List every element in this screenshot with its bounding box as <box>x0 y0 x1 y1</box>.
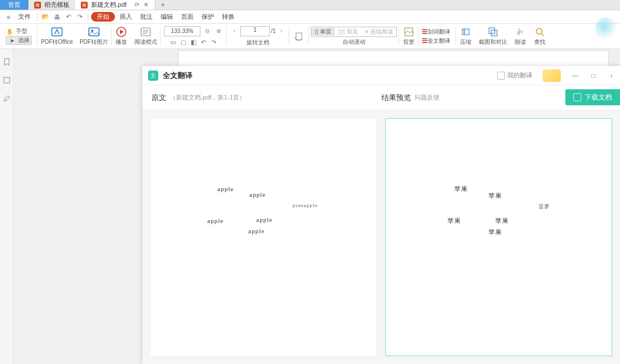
left-sidebar <box>0 49 14 364</box>
single-page-label: 单页 <box>320 28 331 36</box>
app-menu-icon[interactable]: ≡ <box>3 12 14 22</box>
select-tool[interactable]: ➤选择 <box>6 36 32 45</box>
crop-compare-label: 截图和对比 <box>479 38 507 46</box>
download-button[interactable]: 下载文档 <box>565 89 620 105</box>
tab-refresh-icon[interactable]: ⟳ <box>133 2 140 9</box>
rotate-doc[interactable] <box>289 24 309 48</box>
pdf-to-office[interactable]: PDF转Office <box>38 24 76 48</box>
rotate-doc-label[interactable]: 旋转文档 <box>247 39 269 47</box>
maximize-icon[interactable]: □ <box>589 72 597 80</box>
hand-label: 手型 <box>16 27 27 35</box>
pdf-to-image[interactable]: PDF转图片 <box>76 24 112 48</box>
next-page-icon[interactable]: › <box>277 26 286 36</box>
page-total: /1 <box>271 28 276 34</box>
menu-page[interactable]: 页面 <box>178 11 197 22</box>
full-translate[interactable]: ☰全文翻译 <box>422 37 450 45</box>
word-translate-icon: ☰ <box>422 28 428 35</box>
feedback-link[interactable]: 问题反馈 <box>414 93 440 102</box>
my-translations[interactable]: 我的翻译 <box>497 71 532 80</box>
translate-body: apple apple pineapple apple apple apple … <box>142 110 620 364</box>
pdf-office-icon <box>51 27 63 37</box>
redo-icon[interactable]: ↷ <box>75 12 85 22</box>
play-button[interactable]: 播放 <box>112 24 131 48</box>
download-icon <box>573 93 581 101</box>
expand-icon[interactable]: › <box>607 72 615 80</box>
continuous-read[interactable]: ≡连续阅读 <box>362 28 396 36</box>
svg-rect-12 <box>491 30 497 36</box>
menu-protect[interactable]: 保护 <box>198 11 217 22</box>
new-tab-button[interactable]: ＋ <box>155 0 170 10</box>
source-label: 原文 <box>151 93 166 103</box>
menu-edit[interactable]: 编辑 <box>157 11 176 22</box>
prev-page-icon[interactable]: ‹ <box>230 26 239 36</box>
rotate-doc-icon <box>293 31 305 42</box>
single-page[interactable]: ▯单页 <box>311 28 335 36</box>
svg-rect-13 <box>518 31 519 35</box>
compress-label: 压缩 <box>460 38 471 46</box>
tab-home-label: 首页 <box>8 1 20 9</box>
tab-close-icon[interactable]: ✕ <box>142 2 149 9</box>
crop-compare-icon <box>487 27 499 37</box>
my-translations-label: 我的翻译 <box>507 71 532 80</box>
compress[interactable]: 压缩 <box>456 24 475 48</box>
thumbs-icon[interactable] <box>3 76 11 84</box>
download-label: 下载文档 <box>585 93 612 102</box>
word-translate[interactable]: ☰划词翻译 <box>422 28 450 36</box>
single-page-icon: ▯ <box>315 28 318 35</box>
bookmark-icon[interactable] <box>3 58 11 66</box>
background-dropdown[interactable]: 背景 <box>399 24 418 48</box>
undo-icon[interactable]: ↶ <box>63 12 73 22</box>
tab-home[interactable]: 首页 <box>0 0 28 10</box>
double-page-icon: ▯▯ <box>338 28 345 35</box>
my-translations-icon <box>497 72 505 80</box>
find[interactable]: 查找 <box>530 24 549 48</box>
translate-panel-titlebar: 全文翻译 我的翻译 — □ › <box>142 66 620 85</box>
fit-page-icon[interactable]: ▢ <box>179 39 187 47</box>
double-page[interactable]: ▯▯双页 <box>335 28 362 36</box>
cont-read-icon: ≡ <box>365 28 368 35</box>
fit-width-icon[interactable]: ▭ <box>169 39 177 47</box>
menu-file[interactable]: 文件 <box>15 11 34 22</box>
svg-rect-8 <box>296 33 302 40</box>
minimize-icon[interactable]: — <box>571 72 579 80</box>
source-file-label: （新建文档.pdf，第1-1页） <box>170 93 245 102</box>
print-icon[interactable]: 🖶 <box>52 12 62 22</box>
tab-document[interactable]: 新建文档.pdf ⟳ ✕ <box>75 0 155 10</box>
menu-annotate[interactable]: 批注 <box>137 11 156 22</box>
zoom-out-icon[interactable]: ⊖ <box>203 26 212 36</box>
translate-panel: 全文翻译 我的翻译 — □ › 原文 （新建文档.pdf，第1-1页） 结果预览… <box>142 66 620 364</box>
auto-scroll[interactable]: 自动滚动 <box>343 38 366 46</box>
pdf-office-label: PDF转Office <box>41 38 73 46</box>
actual-size-icon[interactable]: ◧ <box>190 39 198 47</box>
read-mode-label: 阅读模式 <box>134 38 157 46</box>
menu-convert[interactable]: 转换 <box>219 11 238 22</box>
source-word: apple <box>248 228 265 234</box>
read-aloud[interactable]: 朗读 <box>511 24 530 48</box>
full-translate-icon: ☰ <box>422 38 428 44</box>
menu-insert[interactable]: 插入 <box>116 11 136 22</box>
cursor-icon: ➤ <box>8 36 16 44</box>
pdf-image-icon <box>88 27 100 37</box>
find-icon <box>533 27 546 37</box>
hand-tool[interactable]: ✋手型 <box>6 27 32 35</box>
zoom-in-icon[interactable]: ⊕ <box>214 26 223 36</box>
open-icon[interactable]: 📂 <box>40 12 51 22</box>
rotate-left-icon[interactable]: ↶ <box>200 39 208 47</box>
zoom-select[interactable]: 133.33% <box>164 26 200 36</box>
page-current: 1 <box>253 27 257 33</box>
tab-template[interactable]: 稻壳模板 <box>28 0 75 10</box>
crop-compare[interactable]: 截图和对比 <box>475 24 511 48</box>
template-icon <box>34 2 41 9</box>
user-avatar[interactable] <box>543 69 561 82</box>
result-pane: 苹果 苹果 菠萝 苹果 苹果 苹果 <box>385 118 613 356</box>
page-input[interactable]: 1 <box>240 26 270 36</box>
source-word: apple <box>249 191 266 198</box>
read-mode[interactable]: 阅读模式 <box>131 24 161 48</box>
background-icon <box>403 27 415 37</box>
rotate-right-icon[interactable]: ↷ <box>210 39 218 47</box>
find-label: 查找 <box>534 38 545 46</box>
select-label: 选择 <box>18 36 30 44</box>
annotation-icon[interactable] <box>3 94 11 102</box>
menu-start[interactable]: 开始 <box>91 12 115 22</box>
translate-panel-title: 全文翻译 <box>163 71 192 81</box>
